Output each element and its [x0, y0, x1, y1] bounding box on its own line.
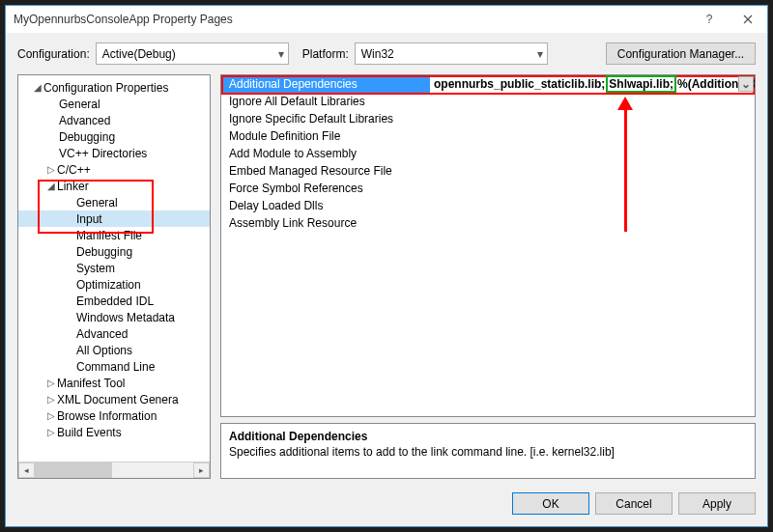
tree-linker-optimization[interactable]: Optimization: [18, 276, 210, 293]
prop-force-symbol-references[interactable]: Force Symbol References: [221, 180, 755, 197]
chevron-down-icon: ▾: [531, 47, 543, 61]
chevron-down-icon: ▾: [272, 47, 284, 61]
tree-debugging[interactable]: Debugging: [18, 128, 210, 145]
close-button[interactable]: [729, 6, 767, 33]
platform-value: Win32: [361, 47, 394, 61]
main-area: ◢Configuration Properties General Advanc…: [6, 74, 767, 485]
prop-label: Additional Dependencies: [221, 75, 430, 93]
cancel-button[interactable]: Cancel: [595, 492, 673, 515]
tree-linker-embedded-idl[interactable]: Embedded IDL: [18, 293, 210, 309]
description-title: Additional Dependencies: [229, 430, 747, 443]
tree-linker-windows-metadata[interactable]: Windows Metadata: [18, 309, 210, 325]
prop-ignore-specific-default-libraries[interactable]: Ignore Specific Default Libraries: [221, 110, 755, 127]
prop-assembly-link-resource[interactable]: Assembly Link Resource: [221, 214, 755, 232]
tree-linker-input[interactable]: Input: [18, 210, 210, 227]
tree-linker-system[interactable]: System: [18, 260, 210, 276]
collapse-icon: ◢: [45, 181, 57, 191]
configuration-label: Configuration:: [17, 47, 90, 61]
tree-xml-docgen[interactable]: ▷XML Document Genera: [18, 391, 210, 407]
titlebar: MyOpennurbsConsoleApp Property Pages ?: [6, 6, 767, 33]
tree-advanced[interactable]: Advanced: [18, 112, 210, 128]
tree-general[interactable]: General: [18, 96, 210, 112]
description-body: Specifies additional items to add to the…: [229, 445, 747, 459]
collapse-icon: ◢: [32, 82, 43, 93]
tree-linker-manifest-file[interactable]: Manifest File: [18, 227, 210, 243]
scrollbar-track[interactable]: [35, 462, 193, 478]
prop-add-module-to-assembly[interactable]: Add Module to Assembly: [221, 145, 755, 162]
configuration-combo[interactable]: Active(Debug) ▾: [96, 42, 289, 65]
apply-button[interactable]: Apply: [678, 492, 756, 515]
platform-combo[interactable]: Win32 ▾: [355, 42, 548, 65]
tree-linker-advanced[interactable]: Advanced: [18, 325, 210, 342]
prop-additional-dependencies[interactable]: Additional Dependencies opennurbs_public…: [221, 75, 755, 93]
expand-icon: ▷: [45, 410, 57, 421]
property-pages-dialog: MyOpennurbsConsoleApp Property Pages ? C…: [5, 5, 768, 527]
tree-linker-command-line[interactable]: Command Line: [18, 358, 210, 375]
annotation-green-box: Shlwapi.lib;: [606, 75, 676, 93]
tree-cxx[interactable]: ▷C/C++: [18, 161, 210, 178]
tree-linker-all-options[interactable]: All Options: [18, 342, 210, 358]
help-button[interactable]: ?: [690, 6, 729, 33]
config-row: Configuration: Active(Debug) ▾ Platform:…: [6, 33, 767, 74]
scroll-right-icon[interactable]: ▸: [193, 462, 210, 478]
nav-tree[interactable]: ◢Configuration Properties General Advanc…: [18, 75, 210, 462]
dialog-buttons: OK Cancel Apply: [6, 485, 767, 526]
tree-manifest-tool[interactable]: ▷Manifest Tool: [18, 375, 210, 391]
expand-icon: ▷: [45, 394, 57, 405]
prop-module-definition-file[interactable]: Module Definition File: [221, 127, 755, 145]
prop-ignore-all-default-libraries[interactable]: Ignore All Default Libraries: [221, 93, 755, 110]
property-grid: Additional Dependencies opennurbs_public…: [220, 74, 756, 417]
tree-vcpp-directories[interactable]: VC++ Directories: [18, 145, 210, 161]
prop-delay-loaded-dlls[interactable]: Delay Loaded Dlls: [221, 197, 755, 214]
configuration-manager-button[interactable]: Configuration Manager...: [606, 42, 756, 65]
scroll-left-icon[interactable]: ◂: [18, 462, 35, 478]
prop-embed-managed-resource-file[interactable]: Embed Managed Resource File: [221, 162, 755, 180]
tree-configuration-properties[interactable]: ◢Configuration Properties: [18, 79, 210, 96]
prop-value[interactable]: opennurbs_public_staticlib.lib;Shlwapi.l…: [430, 75, 755, 93]
tree-linker-general[interactable]: General: [18, 194, 210, 210]
tree-linker-debugging[interactable]: Debugging: [18, 243, 210, 260]
expand-icon: ▷: [45, 427, 57, 437]
tree-linker[interactable]: ◢Linker: [18, 178, 210, 194]
window-title: MyOpennurbsConsoleApp Property Pages: [14, 13, 690, 26]
dropdown-button[interactable]: ⌄: [738, 76, 754, 92]
configuration-value: Active(Debug): [102, 47, 176, 61]
property-grid-panel: Additional Dependencies opennurbs_public…: [220, 74, 756, 479]
tree-browse-info[interactable]: ▷Browse Information: [18, 407, 210, 424]
description-panel: Additional Dependencies Specifies additi…: [220, 423, 756, 479]
expand-icon: ▷: [45, 164, 57, 175]
nav-tree-panel: ◢Configuration Properties General Advanc…: [17, 74, 211, 479]
platform-label: Platform:: [302, 47, 349, 61]
close-icon: [743, 14, 753, 24]
tree-build-events[interactable]: ▷Build Events: [18, 424, 210, 440]
scrollbar-thumb[interactable]: [35, 462, 112, 478]
ok-button[interactable]: OK: [512, 492, 589, 515]
nav-horizontal-scrollbar[interactable]: ◂ ▸: [18, 462, 210, 478]
expand-icon: ▷: [45, 378, 57, 388]
chevron-down-icon: ⌄: [741, 77, 751, 91]
